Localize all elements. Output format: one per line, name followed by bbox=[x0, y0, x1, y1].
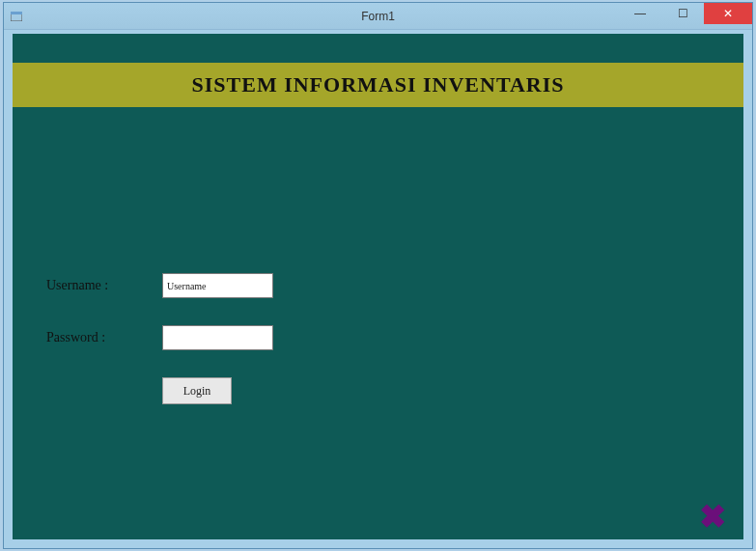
password-label: Password : bbox=[46, 330, 162, 345]
password-input[interactable] bbox=[162, 325, 273, 350]
minimize-button[interactable]: — bbox=[619, 3, 661, 24]
username-input[interactable] bbox=[162, 273, 273, 298]
close-icon: ✕ bbox=[723, 7, 733, 20]
maximize-button[interactable]: ☐ bbox=[661, 3, 704, 24]
app-window: Form1 — ☐ ✕ SISTEM INFORMASI INVENTARIS … bbox=[3, 2, 753, 549]
titlebar[interactable]: Form1 — ☐ ✕ bbox=[4, 3, 752, 30]
username-label: Username : bbox=[46, 278, 162, 293]
header-band: SISTEM INFORMASI INVENTARIS bbox=[13, 63, 743, 107]
button-row: Login bbox=[46, 377, 273, 404]
window-close-button[interactable]: ✕ bbox=[704, 3, 752, 24]
window-controls: — ☐ ✕ bbox=[619, 3, 752, 24]
maximize-icon: ☐ bbox=[678, 7, 688, 20]
client-area: SISTEM INFORMASI INVENTARIS Username : P… bbox=[13, 34, 743, 539]
svg-rect-1 bbox=[11, 12, 22, 14]
login-button[interactable]: Login bbox=[162, 377, 232, 404]
exit-button[interactable]: ✖ bbox=[699, 501, 726, 534]
page-title: SISTEM INFORMASI INVENTARIS bbox=[192, 72, 565, 97]
password-row: Password : bbox=[46, 325, 273, 350]
app-icon bbox=[10, 10, 23, 23]
login-form: Username : Password : Login bbox=[46, 273, 273, 404]
username-row: Username : bbox=[46, 273, 273, 298]
window-title: Form1 bbox=[361, 10, 395, 23]
x-icon: ✖ bbox=[699, 499, 726, 535]
minimize-icon: — bbox=[634, 7, 646, 20]
